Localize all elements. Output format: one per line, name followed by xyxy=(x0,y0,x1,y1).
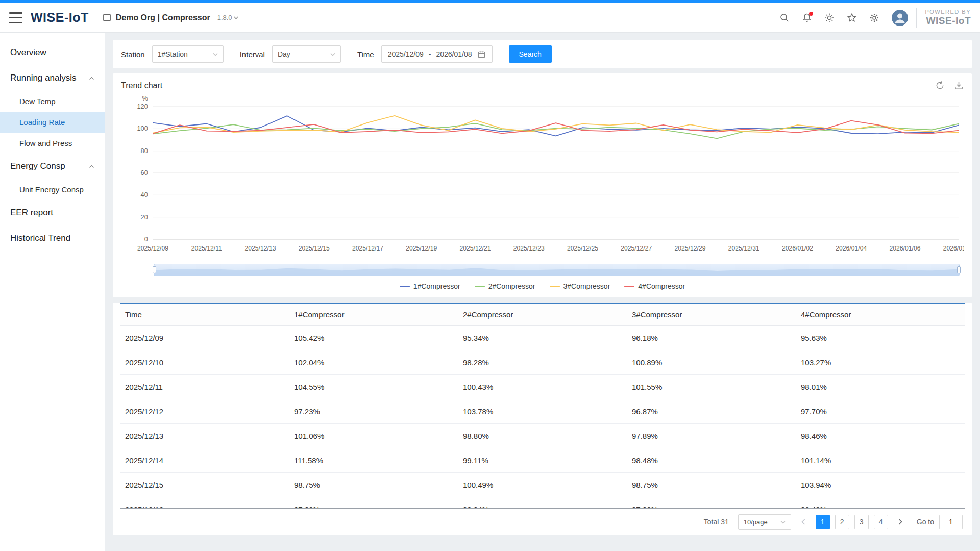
legend-label: 3#Compressor xyxy=(564,282,610,290)
table-cell: 96.18% xyxy=(627,326,796,350)
sidebar-item-historical-trend[interactable]: Historical Trend xyxy=(0,226,105,251)
table-row: 2025/12/1697.09%98.34%97.08%96.49% xyxy=(120,497,965,509)
header-divider xyxy=(916,8,917,28)
sidebar-item-flow-and-press[interactable]: Flow and Press xyxy=(0,133,105,154)
legend-item-3-compressor[interactable]: 3#Compressor xyxy=(550,282,610,290)
table-cell: 100.89% xyxy=(627,350,796,375)
legend-item-4-compressor[interactable]: 4#Compressor xyxy=(624,282,685,290)
svg-text:2025/12/25: 2025/12/25 xyxy=(567,245,598,252)
svg-text:2026/01/04: 2026/01/04 xyxy=(836,245,867,252)
svg-text:2025/12/17: 2025/12/17 xyxy=(352,245,383,252)
trend-chart-svg: 020406080100120%2025/12/092025/12/112025… xyxy=(121,92,964,262)
table-cell: 102.04% xyxy=(289,350,458,375)
page-size-select[interactable]: 10/page xyxy=(738,514,791,530)
legend-item-2-compressor[interactable]: 2#Compressor xyxy=(475,282,535,290)
sidebar-item-energy-consp[interactable]: Energy Consp xyxy=(0,154,105,179)
svg-text:100: 100 xyxy=(137,124,148,132)
datazoom-right-handle[interactable] xyxy=(957,266,961,273)
station-label: Station xyxy=(121,50,145,59)
sidebar-item-label: Flow and Press xyxy=(19,139,72,147)
table-cell: 2025/12/09 xyxy=(120,326,289,350)
calendar-icon xyxy=(477,50,486,59)
table-cell: 2025/12/15 xyxy=(120,473,289,497)
svg-text:2025/12/13: 2025/12/13 xyxy=(244,245,276,252)
svg-text:2026/01/08: 2026/01/08 xyxy=(943,245,964,252)
table-cell: 103.27% xyxy=(796,350,965,375)
sidebar-item-label: Dew Temp xyxy=(19,97,56,106)
sidebar-item-loading-rate[interactable]: Loading Rate xyxy=(0,112,105,133)
refresh-icon[interactable] xyxy=(935,81,945,90)
date-range-input[interactable]: 2025/12/09 - 2026/01/08 xyxy=(381,45,493,63)
date-start: 2025/12/09 xyxy=(388,50,424,58)
page-2-button[interactable]: 2 xyxy=(835,515,849,529)
sidebar-item-unit-energy-consp[interactable]: Unit Energy Consp xyxy=(0,179,105,200)
goto-page-input[interactable] xyxy=(939,515,963,529)
legend-marker xyxy=(400,286,410,287)
table-cell: 98.34% xyxy=(458,497,627,509)
svg-text:2025/12/11: 2025/12/11 xyxy=(191,245,222,252)
next-page-button[interactable] xyxy=(893,515,908,529)
legend-marker xyxy=(475,286,485,287)
app-header: WISE-IoT Demo Org | Compressor 1.8.0 xyxy=(0,3,980,33)
sidebar-item-label: Historical Trend xyxy=(10,233,70,243)
settings-icon[interactable] xyxy=(869,13,879,23)
svg-text:2025/12/31: 2025/12/31 xyxy=(728,245,760,252)
table-cell: 101.06% xyxy=(289,424,458,448)
user-avatar[interactable] xyxy=(892,10,908,26)
station-select[interactable]: 1#Station xyxy=(152,45,224,63)
sidebar-item-running-analysis[interactable]: Running analysis xyxy=(0,65,105,91)
page-1-button[interactable]: 1 xyxy=(816,515,830,529)
sidebar-item-label: Running analysis xyxy=(10,73,76,83)
datazoom-left-handle[interactable] xyxy=(153,266,156,273)
loading-rate-table: Time1#Compressor2#Compressor3#Compressor… xyxy=(120,303,965,509)
table-cell: 97.89% xyxy=(627,424,796,448)
theme-icon[interactable] xyxy=(824,13,835,23)
search-button[interactable]: Search xyxy=(509,45,552,63)
interval-select[interactable]: Day xyxy=(272,45,341,63)
sidebar-item-overview[interactable]: Overview xyxy=(0,40,105,65)
filter-bar: Station 1#Station Interval Day Time 2025… xyxy=(113,40,972,68)
svg-text:2025/12/19: 2025/12/19 xyxy=(406,245,437,252)
table-column-header: 2#Compressor xyxy=(458,303,627,326)
chart-title: Trend chart xyxy=(121,81,162,90)
datazoom-slider[interactable] xyxy=(154,264,960,276)
svg-text:2026/01/02: 2026/01/02 xyxy=(782,245,813,252)
prev-page-button[interactable] xyxy=(796,515,811,529)
page-3-button[interactable]: 3 xyxy=(854,515,869,529)
svg-text:2025/12/23: 2025/12/23 xyxy=(513,245,545,252)
svg-text:60: 60 xyxy=(141,169,148,177)
interval-label: Interval xyxy=(240,50,265,59)
table-row: 2025/12/1297.23%103.78%96.87%97.70% xyxy=(120,399,965,424)
table-cell: 95.63% xyxy=(796,326,965,350)
powered-by: POWERED BY WISE-IoT xyxy=(925,9,971,26)
interval-value: Day xyxy=(278,50,290,58)
sidebar-item-dew-temp[interactable]: Dew Temp xyxy=(0,91,105,112)
svg-text:40: 40 xyxy=(141,191,148,198)
table-cell: 100.49% xyxy=(458,473,627,497)
org-selector[interactable]: Demo Org | Compressor 1.8.0 xyxy=(102,13,238,22)
chevron-down-icon xyxy=(330,53,335,56)
menu-icon[interactable] xyxy=(9,12,22,23)
favorites-icon[interactable] xyxy=(847,13,857,23)
table-scroll-area[interactable]: Time1#Compressor2#Compressor3#Compressor… xyxy=(120,303,965,509)
table-cell: 101.55% xyxy=(627,375,796,399)
svg-text:2025/12/27: 2025/12/27 xyxy=(621,245,652,252)
svg-text:2025/12/09: 2025/12/09 xyxy=(137,245,168,252)
main-content: Station 1#Station Interval Day Time 2025… xyxy=(105,33,980,551)
table-cell: 2025/12/13 xyxy=(120,424,289,448)
table-cell: 111.58% xyxy=(289,448,458,473)
search-icon[interactable] xyxy=(779,13,790,23)
page-4-button[interactable]: 4 xyxy=(874,515,888,529)
version-label[interactable]: 1.8.0 xyxy=(217,14,238,21)
svg-text:0: 0 xyxy=(144,235,148,243)
table-cell: 98.01% xyxy=(796,375,965,399)
organization-icon xyxy=(102,13,112,22)
legend-item-1-compressor[interactable]: 1#Compressor xyxy=(400,282,460,290)
notifications-icon[interactable] xyxy=(802,13,812,23)
sidebar-item-eer-report[interactable]: EER report xyxy=(0,200,105,226)
sidebar-item-label: Energy Consp xyxy=(10,161,65,171)
download-icon[interactable] xyxy=(954,81,964,90)
table-cell: 97.23% xyxy=(289,399,458,424)
table-cell: 98.48% xyxy=(627,448,796,473)
svg-text:120: 120 xyxy=(137,103,148,110)
